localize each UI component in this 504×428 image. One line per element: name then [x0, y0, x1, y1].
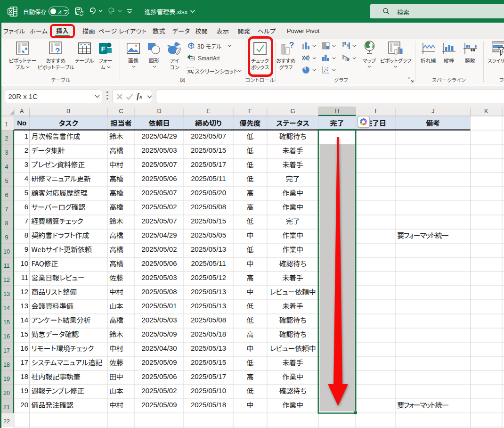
svg-text:?: ?	[55, 47, 60, 55]
svg-text:F: F	[101, 45, 106, 53]
svg-text:?: ?	[289, 41, 294, 49]
